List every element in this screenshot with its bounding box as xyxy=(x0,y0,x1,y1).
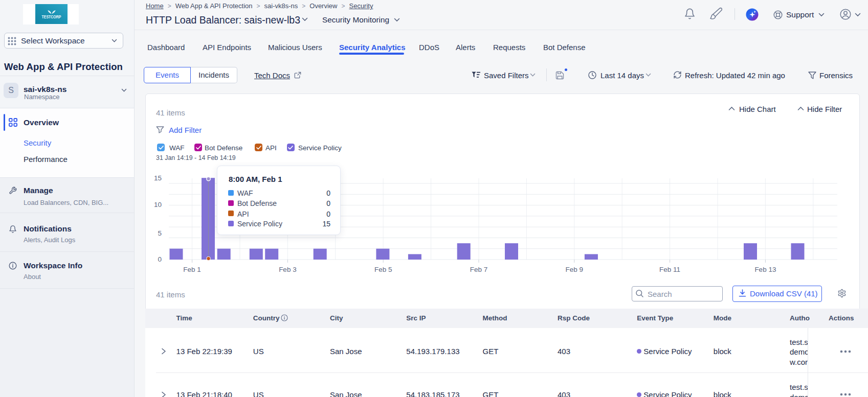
svg-text:Feb 7: Feb 7 xyxy=(470,266,488,273)
svg-text:Feb 9: Feb 9 xyxy=(566,266,584,273)
svg-text:15: 15 xyxy=(154,175,162,182)
svg-text:Feb 11: Feb 11 xyxy=(659,266,680,273)
svg-text:10: 10 xyxy=(154,201,162,208)
svg-text:Feb 5: Feb 5 xyxy=(374,266,392,273)
svg-text:0: 0 xyxy=(158,255,162,263)
svg-text:Feb 3: Feb 3 xyxy=(279,266,297,273)
svg-text:TESTCORP: TESTCORP xyxy=(42,14,61,19)
svg-text:Feb 1: Feb 1 xyxy=(183,266,201,273)
svg-text:5: 5 xyxy=(158,229,162,237)
svg-text:Feb 13: Feb 13 xyxy=(754,266,776,273)
